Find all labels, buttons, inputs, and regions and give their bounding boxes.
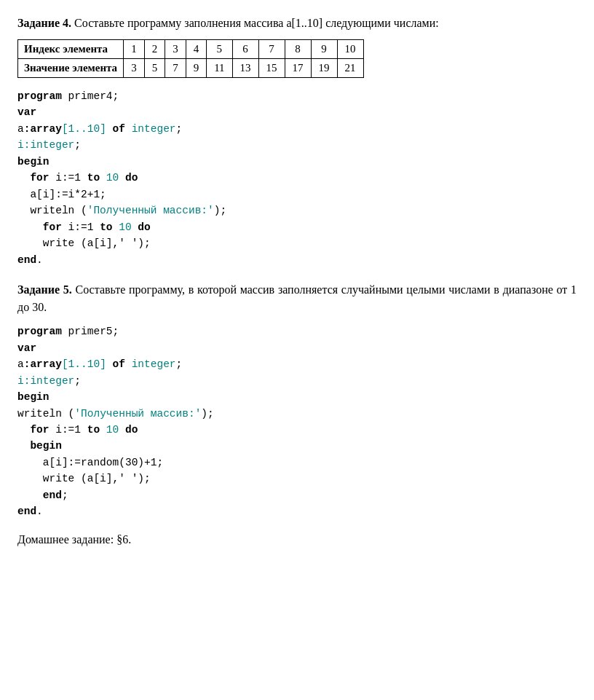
table-cell: 15 — [258, 59, 285, 78]
table-cell: 1 — [124, 40, 145, 59]
table-label-value: Значение элемента — [18, 59, 124, 78]
task5-heading-bold: Задание 5. — [17, 283, 72, 296]
table-row-indices: Индекс элемента 1 2 3 4 5 6 7 8 9 10 — [18, 40, 364, 59]
table-cell: 4 — [186, 40, 207, 59]
table-row-values: Значение элемента 3 5 7 9 11 13 15 17 19… — [18, 59, 364, 78]
table-cell: 6 — [232, 40, 258, 59]
table-cell: 5 — [144, 59, 165, 78]
table-cell: 5 — [207, 40, 232, 59]
table-cell: 9 — [186, 59, 207, 78]
table-cell: 17 — [285, 59, 311, 78]
homework-label: Домашнее задание: §6. — [17, 533, 577, 546]
table-cell: 21 — [337, 59, 363, 78]
task5-code: program primer5; var a:array[1..10] of i… — [17, 323, 577, 520]
table-cell: 7 — [165, 59, 186, 78]
table-cell: 7 — [258, 40, 285, 59]
table-cell: 3 — [124, 59, 145, 78]
task4-table: Индекс элемента 1 2 3 4 5 6 7 8 9 10 Зна… — [17, 39, 364, 78]
table-cell: 3 — [165, 40, 186, 59]
table-cell: 19 — [311, 59, 337, 78]
task4-heading-bold: Задание 4. — [17, 17, 71, 29]
task5-heading-text: Составьте программу, в которой массив за… — [17, 283, 577, 313]
task5-heading: Задание 5. Составьте программу, в которо… — [17, 281, 577, 316]
table-cell: 11 — [207, 59, 232, 78]
table-cell: 2 — [144, 40, 165, 59]
table-cell: 9 — [311, 40, 337, 59]
task4-code: program primer4; var a:array[1..10] of i… — [17, 88, 577, 268]
task4-heading-text: Составьте программу заполнения массива a… — [71, 17, 439, 29]
table-cell: 8 — [285, 40, 311, 59]
table-cell: 13 — [232, 59, 258, 78]
table-cell: 10 — [337, 40, 363, 59]
task4-heading: Задание 4. Составьте программу заполнени… — [17, 15, 577, 32]
table-label-index: Индекс элемента — [18, 40, 124, 59]
task4-section: Задание 4. Составьте программу заполнени… — [17, 15, 577, 268]
task5-section: Задание 5. Составьте программу, в которо… — [17, 281, 577, 520]
